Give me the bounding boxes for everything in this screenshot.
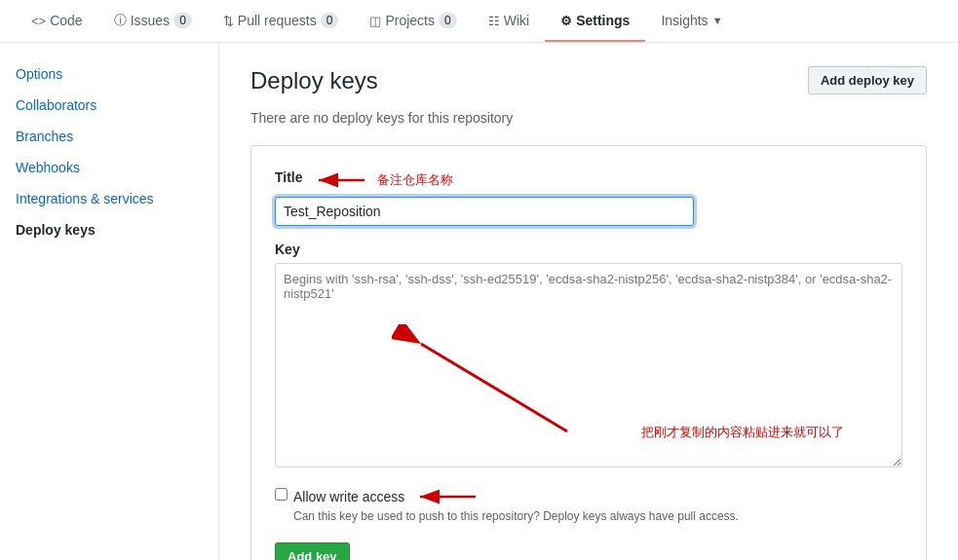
- wiki-icon: ☷: [488, 14, 500, 28]
- pr-badge: 0: [321, 13, 339, 28]
- no-keys-message: There are no deploy keys for this reposi…: [250, 110, 927, 126]
- top-nav: <> Code ⓘ Issues 0 ⇅ Pull requests 0 ◫ P…: [0, 0, 958, 43]
- key-label: Key: [275, 242, 902, 257]
- write-access-sublabel: Can this key be used to push to this rep…: [293, 509, 739, 523]
- tab-wiki[interactable]: ☷ Wiki: [473, 1, 545, 42]
- pr-icon: ⇅: [223, 14, 234, 28]
- settings-icon: ⚙: [560, 14, 572, 28]
- title-form-group: Title 备注仓库名称: [275, 169, 902, 226]
- code-icon: <>: [31, 14, 46, 28]
- page-body: Options Collaborators Branches Webhooks …: [0, 43, 958, 560]
- main-content: Deploy keys Add deploy key There are no …: [219, 43, 958, 560]
- issues-icon: ⓘ: [114, 12, 127, 29]
- title-label: Title: [275, 169, 303, 185]
- title-arrow-icon: [311, 169, 369, 191]
- key-form-group: Key 把刚才复制的内容粘贴进来就可以了: [275, 242, 902, 470]
- tab-pull-requests[interactable]: ⇅ Pull requests 0: [208, 1, 355, 42]
- sidebar: Options Collaborators Branches Webhooks …: [0, 43, 219, 560]
- sidebar-item-branches[interactable]: Branches: [0, 121, 218, 152]
- page-title: Deploy keys: [250, 67, 378, 94]
- title-label-row: Title 备注仓库名称: [275, 169, 902, 191]
- page-header: Deploy keys Add deploy key: [250, 66, 927, 94]
- issues-badge: 0: [173, 13, 192, 28]
- add-key-button[interactable]: Add key: [275, 542, 350, 560]
- tab-insights[interactable]: Insights ▼: [645, 1, 738, 42]
- sidebar-item-webhooks[interactable]: Webhooks: [0, 152, 218, 183]
- insights-chevron-icon: ▼: [712, 15, 723, 26]
- projects-icon: ◫: [369, 14, 381, 28]
- deploy-key-form: Title 备注仓库名称 Key: [250, 145, 927, 560]
- write-access-checkbox[interactable]: [275, 488, 287, 501]
- key-textarea[interactable]: [275, 263, 902, 467]
- tab-code[interactable]: <> Code: [16, 1, 98, 42]
- tab-issues[interactable]: ⓘ Issues 0: [98, 0, 208, 43]
- write-access-label: Allow write access: [293, 489, 404, 504]
- tab-projects[interactable]: ◫ Projects 0: [354, 1, 472, 42]
- sidebar-item-deploy-keys[interactable]: Deploy keys: [0, 214, 218, 245]
- checkbox-arrow-icon: [412, 486, 480, 507]
- sidebar-item-collaborators[interactable]: Collaborators: [0, 90, 218, 121]
- write-access-group: Allow write access Can this key be used …: [275, 486, 902, 523]
- title-input[interactable]: [275, 197, 694, 226]
- sidebar-item-options[interactable]: Options: [0, 58, 218, 90]
- tab-settings[interactable]: ⚙ Settings: [545, 1, 645, 42]
- add-deploy-key-button[interactable]: Add deploy key: [808, 66, 927, 94]
- title-annotation: 备注仓库名称: [377, 171, 453, 189]
- sidebar-item-integrations-services[interactable]: Integrations & services: [0, 183, 218, 214]
- projects-badge: 0: [439, 13, 457, 28]
